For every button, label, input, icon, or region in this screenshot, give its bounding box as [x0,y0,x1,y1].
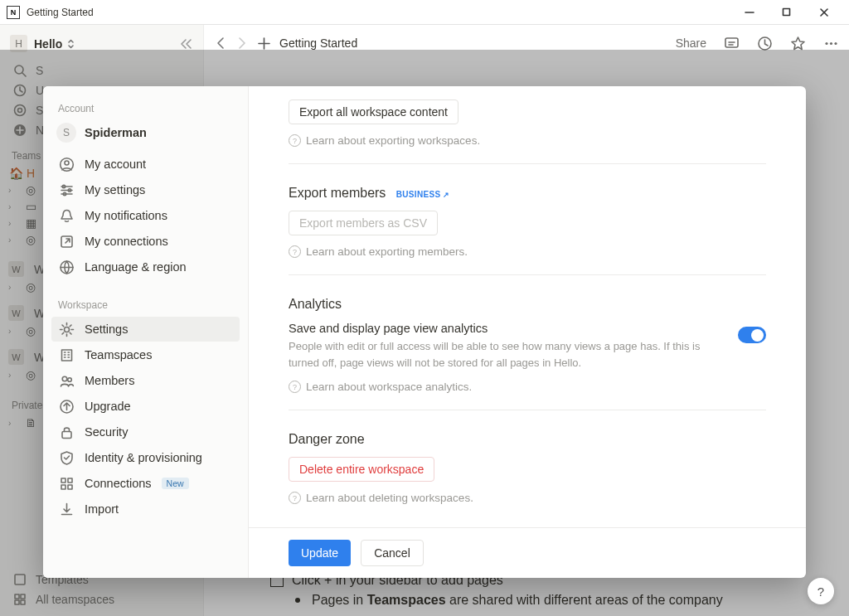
export-all-button[interactable]: Export all workspace content [289,99,458,124]
help-icon: ? [289,492,301,504]
business-badge[interactable]: BUSINESS ↗ [396,190,450,199]
chevron-updown-icon [67,39,75,49]
delete-workspace-button[interactable]: Delete entire workspace [289,457,434,482]
nav-settings[interactable]: Settings [51,317,240,342]
svg-point-27 [64,327,69,332]
learn-members-link[interactable]: ? Learn about exporting members. [289,245,766,258]
label: Learn about workspace analytics. [306,381,472,393]
svg-rect-36 [68,485,72,489]
label: Learn about exporting members. [306,245,468,258]
svg-rect-34 [68,478,72,483]
new-badge: New [162,478,189,489]
label: Connections [85,477,152,490]
lock-icon [58,424,75,440]
label: Learn about deleting workspaces. [306,492,473,504]
svg-rect-1 [784,9,790,16]
modal-footer: Update Cancel [249,527,806,578]
svg-point-30 [67,377,71,381]
share-button[interactable]: Share [676,36,706,50]
sliders-icon [58,182,75,198]
people-icon [58,372,75,389]
update-button[interactable]: Update [289,540,351,566]
app-icon: N [7,6,20,19]
svg-rect-35 [61,485,65,489]
workspace-name: Hello [34,37,62,51]
account-section-label: Account [51,98,240,119]
link-out-icon [58,233,75,250]
svg-point-19 [834,41,837,44]
arrow-up-icon [58,398,75,415]
user-circle-icon [58,156,75,172]
globe-icon [58,259,75,275]
analytics-heading: Analytics [289,297,766,312]
gear-icon [58,321,75,337]
svg-rect-28 [61,350,71,361]
analytics-description: People with edit or full access will be … [289,338,711,371]
svg-point-17 [825,41,827,44]
danger-zone-heading: Danger zone [289,432,766,447]
new-page-button[interactable] [257,36,271,51]
cancel-button[interactable]: Cancel [361,540,424,566]
comments-icon[interactable] [723,35,740,51]
shield-check-icon [58,449,75,466]
nav-members[interactable]: Members [51,368,240,393]
label: My settings [85,183,145,196]
label: Teamspaces [85,348,152,361]
nav-identity-provisioning[interactable]: Identity & provisioning [51,445,240,470]
label: Import [85,502,119,516]
label: My notifications [85,209,167,222]
export-members-csv-button[interactable]: Export members as CSV [289,211,438,235]
settings-panel: Export all workspace content ? Learn abo… [249,86,806,578]
nav-back-button[interactable] [214,36,227,50]
user-identity: S Spiderman [51,119,240,151]
analytics-toggle[interactable] [738,327,766,343]
help-button[interactable]: ? [808,578,834,604]
grid-icon [58,475,75,492]
label: Identity & provisioning [85,451,202,464]
breadcrumb[interactable]: Getting Started [279,36,357,50]
label: Language & region [85,260,187,274]
nav-language-region[interactable]: Language & region [51,255,240,279]
label: Learn about exporting workspaces. [306,134,480,147]
label: Upgrade [85,400,131,413]
svg-point-18 [829,41,832,44]
nav-connections[interactable]: Connections New [51,471,240,496]
svg-point-29 [62,376,67,381]
minimize-button[interactable] [730,1,768,24]
help-icon: ? [289,134,301,147]
maximize-button[interactable] [768,1,805,24]
analytics-subheading: Save and display page view analytics [289,322,711,335]
label: My connections [85,235,168,248]
label: Settings [85,323,128,336]
collapse-sidebar-icon[interactable] [180,38,193,50]
nav-security[interactable]: Security [51,420,240,444]
more-icon[interactable] [822,35,839,51]
close-button[interactable] [805,1,842,24]
export-members-heading: Export members BUSINESS ↗ [289,186,766,201]
label: Members [85,374,134,387]
window-titlebar: N Getting Started [0,0,849,25]
svg-rect-33 [61,478,65,483]
favorite-icon[interactable] [789,35,806,51]
nav-forward-button[interactable] [235,36,249,50]
label: My account [85,158,146,171]
user-name: Spiderman [85,126,147,139]
settings-modal: Account S Spiderman My account My settin… [43,86,806,578]
updates-icon[interactable] [756,35,773,51]
help-icon: ? [289,381,301,393]
nav-import[interactable]: Import [51,497,240,521]
nav-teamspaces[interactable]: Teamspaces [51,342,240,367]
bell-icon [58,207,75,224]
window-title: Getting Started [27,7,94,18]
learn-analytics-link[interactable]: ? Learn about workspace analytics. [289,381,766,393]
nav-my-settings[interactable]: My settings [51,177,240,202]
building-icon [58,347,75,363]
workspace-section-label: Workspace [51,294,240,316]
settings-sidebar: Account S Spiderman My account My settin… [43,86,249,578]
nav-my-account[interactable]: My account [51,152,240,177]
learn-export-link[interactable]: ? Learn about exporting workspaces. [289,134,766,147]
nav-my-connections[interactable]: My connections [51,229,240,254]
learn-delete-link[interactable]: ? Learn about deleting workspaces. [289,492,766,504]
nav-my-notifications[interactable]: My notifications [51,203,240,228]
nav-upgrade[interactable]: Upgrade [51,394,240,419]
